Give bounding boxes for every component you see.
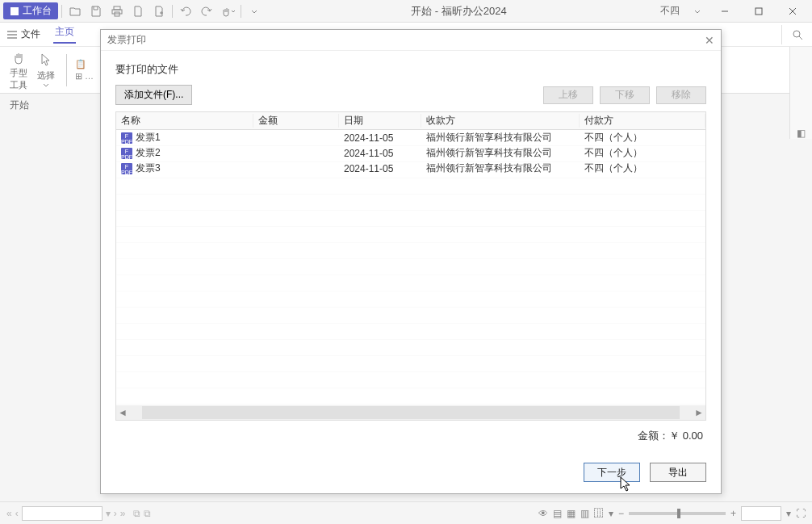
hand-tool-button[interactable]: 手型 工具 [6, 48, 31, 93]
search-icon [791, 28, 804, 41]
prev-page-button[interactable]: ‹ [15, 508, 19, 519]
cell-date: 2024-11-05 [339, 148, 421, 159]
tab-home[interactable]: 主页 [53, 25, 76, 44]
svg-line-6 [799, 36, 802, 40]
close-button[interactable] [776, 1, 809, 22]
zoom-out-button[interactable]: − [618, 508, 624, 519]
right-sidebar: ◧ [789, 47, 812, 139]
table-row[interactable]: FPDF发票2 2024-11-05 福州领行新智享科技有限公司 不四（个人） [116, 145, 705, 161]
clipboard-icon[interactable]: 📋 [75, 59, 94, 69]
nav-icon-2[interactable]: ⧉ [144, 508, 151, 519]
next-button[interactable]: 下一步 [584, 463, 640, 482]
view-eye-icon[interactable]: 👁 [538, 508, 548, 519]
user-dropdown-icon[interactable] [688, 2, 707, 21]
new-page-icon[interactable] [149, 2, 169, 21]
view-mode-2-icon[interactable]: ▦ [567, 508, 576, 519]
statusbar-left: « ‹ ▾ › » ⧉ ⧉ [6, 506, 151, 521]
list-action-buttons: 上移 下移 移除 [543, 86, 706, 104]
statusbar: « ‹ ▾ › » ⧉ ⧉ 👁 ▤ ▦ ▥ ⿲ ▾ − + ▾ ⛶ [0, 501, 812, 524]
titlebar-right: 不四 [654, 1, 809, 22]
dropdown-icon[interactable] [245, 2, 264, 21]
cell-name: 发票3 [136, 162, 161, 174]
cell-date: 2024-11-05 [339, 163, 421, 174]
col-name[interactable]: 名称 [116, 114, 253, 128]
cursor-icon [38, 52, 54, 68]
export-button[interactable]: 导出 [650, 463, 706, 482]
statusbar-right: 👁 ▤ ▦ ▥ ⿲ ▾ − + ▾ ⛶ [538, 506, 806, 521]
dialog-close-button[interactable]: ✕ [705, 34, 714, 47]
section-title: 要打印的文件 [115, 62, 706, 77]
hand-tool-label: 手型 工具 [10, 67, 27, 91]
file-menu-label: 文件 [21, 27, 40, 41]
sidebar-panel-icon[interactable]: ◧ [797, 128, 806, 139]
table-row[interactable]: FPDF发票1 2024-11-05 福州领行新智享科技有限公司 不四（个人） [116, 130, 705, 145]
fullscreen-icon[interactable]: ⛶ [796, 508, 806, 519]
col-amount[interactable]: 金额 [253, 114, 339, 128]
page-number-input[interactable] [22, 506, 103, 521]
hamburger-icon [6, 30, 18, 40]
chevron-down-icon [43, 83, 49, 88]
menubar-left: 文件 主页 [6, 25, 76, 44]
first-page-button[interactable]: « [6, 508, 12, 519]
view-dropdown-icon[interactable]: ▾ [609, 508, 613, 519]
pdf-icon: FPDF [121, 163, 132, 174]
save-icon[interactable] [86, 2, 106, 21]
col-date[interactable]: 日期 [339, 114, 421, 128]
total-label: 金额：￥ [638, 430, 680, 442]
horizontal-scrollbar[interactable]: ◄ ► [116, 405, 705, 420]
move-up-button[interactable]: 上移 [543, 86, 593, 104]
file-menu[interactable]: 文件 [6, 27, 40, 41]
separator [61, 5, 62, 18]
svg-rect-4 [755, 8, 762, 15]
zoom-slider[interactable] [629, 512, 726, 515]
view-mode-1-icon[interactable]: ▤ [553, 508, 562, 519]
pdf-icon: FPDF [121, 148, 132, 159]
zoom-dropdown-icon[interactable]: ▾ [786, 508, 791, 519]
cell-payer: 不四（个人） [580, 146, 705, 160]
workspace-button[interactable]: 工作台 [3, 2, 58, 19]
remove-button[interactable]: 移除 [656, 86, 706, 104]
table-body: FPDF发票1 2024-11-05 福州领行新智享科技有限公司 不四（个人） … [116, 130, 705, 405]
minimize-button[interactable] [709, 1, 741, 22]
view-mode-3-icon[interactable]: ▥ [580, 508, 589, 519]
hand-dropdown-icon[interactable] [218, 2, 237, 21]
page-icon[interactable] [128, 2, 148, 21]
titlebar-left: 工作台 [3, 2, 264, 21]
zoom-in-button[interactable]: + [730, 508, 736, 519]
svg-point-5 [793, 31, 800, 37]
user-name[interactable]: 不四 [654, 4, 686, 18]
view-mode-4-icon[interactable]: ⿲ [594, 508, 604, 519]
maximize-button[interactable] [743, 1, 775, 22]
col-payee[interactable]: 收款方 [421, 114, 580, 128]
col-payer[interactable]: 付款方 [580, 114, 705, 128]
next-page-button[interactable]: › [114, 508, 117, 519]
last-page-button[interactable]: » [120, 508, 126, 519]
table-row[interactable]: FPDF发票3 2024-11-05 福州领行新智享科技有限公司 不四（个人） [116, 161, 705, 176]
cell-payee: 福州领行新智享科技有限公司 [421, 146, 580, 160]
select-tool-button[interactable]: 选择 [34, 50, 58, 90]
nav-icon-1[interactable]: ⧉ [133, 508, 140, 519]
cell-date: 2024-11-05 [339, 132, 421, 144]
total-row: 金额：￥ 0.00 [115, 421, 706, 443]
app-logo-icon [10, 6, 19, 16]
redo-icon[interactable] [197, 2, 216, 21]
tool-small-group: 📋 ⊞ … [75, 59, 94, 82]
scroll-right-arrow[interactable]: ► [693, 407, 705, 418]
move-down-button[interactable]: 下移 [600, 86, 650, 104]
zoom-input[interactable] [741, 506, 781, 521]
open-icon[interactable] [65, 2, 85, 21]
hand-icon [10, 49, 27, 65]
scroll-left-arrow[interactable]: ◄ [116, 407, 129, 418]
undo-icon[interactable] [176, 2, 195, 21]
scroll-track[interactable] [142, 406, 680, 419]
page-dropdown-icon[interactable]: ▾ [106, 508, 111, 519]
table-icon[interactable]: ⊞ … [75, 71, 94, 82]
workspace-label: 工作台 [23, 4, 52, 18]
print-icon[interactable] [107, 2, 127, 21]
add-file-button[interactable]: 添加文件(F)... [115, 85, 192, 105]
search-button[interactable] [781, 25, 806, 44]
breadcrumb-start[interactable]: 开始 [10, 99, 29, 112]
invoice-print-dialog: 发票打印 ✕ 要打印的文件 添加文件(F)... 上移 下移 移除 名称 金额 … [100, 29, 722, 494]
total-value: 0.00 [683, 430, 703, 442]
separator [66, 54, 67, 86]
